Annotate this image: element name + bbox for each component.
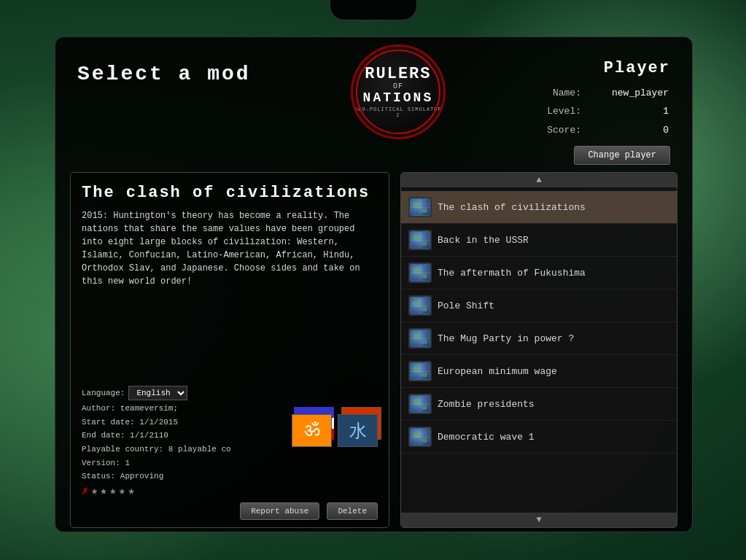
- author-value: teameversim;: [120, 404, 178, 413]
- mod-icon: [408, 361, 432, 381]
- rating-row: ✗ ★ ★ ★ ★ ★: [82, 483, 135, 498]
- level-label: Level:: [547, 103, 610, 120]
- author-label: Author:: [82, 404, 115, 413]
- mod-item-label: The Mug Party in power ?: [438, 333, 574, 344]
- mod-item-label: The clash of civilizations: [438, 202, 586, 213]
- mod-icon: [408, 230, 432, 250]
- header: Select a mod RULERS OF NATIONS GEO-POLIT…: [55, 37, 692, 172]
- mod-item-label: Pole Shift: [438, 300, 494, 311]
- name-label: Name:: [547, 85, 610, 101]
- status-label: Status:: [82, 472, 115, 481]
- start-date-row: Start date: 1/1/2015: [82, 416, 231, 429]
- author-row: Author: teameversim;: [82, 402, 231, 416]
- end-date-label: End date:: [82, 431, 125, 440]
- selected-mod-title: The clash of civilizations: [82, 184, 378, 202]
- mod-list-item[interactable]: The clash of civilizations: [401, 191, 677, 224]
- start-date-label: Start date:: [82, 418, 135, 427]
- version-value: 1: [125, 459, 130, 467]
- mod-icon: [408, 262, 432, 283]
- mod-list-item[interactable]: Zombie presidents: [401, 388, 677, 421]
- score-label: Score:: [547, 122, 610, 139]
- delete-button[interactable]: Delete: [327, 502, 378, 520]
- mod-list-item[interactable]: European minimum wage: [401, 355, 677, 388]
- end-date-row: End date: 1/1/2110: [82, 429, 231, 443]
- level-value: 1: [612, 103, 669, 120]
- logo-rulers: RULERS: [365, 66, 431, 82]
- mod-item-label: The aftermath of Fukushima: [438, 268, 586, 279]
- mod-icon: [408, 328, 432, 349]
- star-1[interactable]: ★: [91, 483, 98, 498]
- mod-list-item[interactable]: Back in the USSR: [401, 224, 677, 257]
- playable-label: Playable country:: [82, 445, 163, 454]
- status-row: Status: Approving: [82, 470, 231, 483]
- mod-item-label: Back in the USSR: [438, 235, 529, 246]
- mod-icon: [408, 295, 432, 316]
- logo-nations: NATIONS: [363, 90, 434, 105]
- language-label: Language:: [82, 386, 125, 400]
- language-select[interactable]: English: [128, 386, 187, 400]
- mod-icon: [408, 427, 432, 447]
- name-value: new_player: [612, 85, 669, 101]
- start-date-value: 1/1/2015: [139, 418, 178, 427]
- star-4[interactable]: ★: [119, 483, 126, 498]
- version-label: Version:: [82, 459, 120, 467]
- mod-list-panel: ▲ The clash of civilizations Back in the…: [400, 172, 677, 528]
- player-title: Player: [545, 59, 670, 77]
- mod-list-item[interactable]: Democratic wave 1: [401, 421, 677, 454]
- scroll-up-button[interactable]: ▲: [401, 173, 677, 187]
- water-symbol: 水: [338, 414, 378, 447]
- left-panel: The clash of civilizations 2015: Hunting…: [70, 172, 389, 528]
- player-panel: Player Name: new_player Level: 1 Score: …: [545, 59, 670, 165]
- om-symbol: ॐ: [292, 414, 332, 447]
- star-3[interactable]: ★: [109, 483, 117, 498]
- mod-list-item[interactable]: The aftermath of Fukushima: [401, 257, 677, 289]
- player-info: Name: new_player Level: 1 Score: 0: [545, 83, 670, 140]
- status-value: Approving: [120, 472, 163, 481]
- mod-icon: [408, 394, 432, 414]
- score-value: 0: [612, 122, 669, 139]
- end-date-value: 1/1/2110: [130, 431, 168, 440]
- version-row: Version: 1: [82, 456, 231, 470]
- star-5[interactable]: ★: [128, 483, 135, 498]
- playable-value: 8 playable co: [168, 445, 231, 454]
- mod-list-item[interactable]: Pole Shift: [401, 289, 677, 322]
- mod-list: The clash of civilizations Back in the U…: [401, 187, 677, 513]
- mod-item-label: European minimum wage: [438, 366, 557, 377]
- logo-area: RULERS OF NATIONS GEO-POLITICAL SIMULATO…: [351, 44, 446, 139]
- logo-sub: GEO-POLITICAL SIMULATOR 2: [353, 106, 443, 118]
- star-2[interactable]: ★: [100, 483, 107, 498]
- mod-item-label: Zombie presidents: [438, 399, 535, 410]
- scroll-down-button[interactable]: ▼: [401, 513, 677, 527]
- mod-metadata: Language: English Author: teameversim; S…: [82, 386, 231, 483]
- playable-row: Playable country: 8 playable co: [82, 443, 231, 456]
- mod-description: 2015: Huntington's theory has become a r…: [82, 209, 378, 288]
- report-abuse-button[interactable]: Report abuse: [240, 502, 319, 520]
- rating-x-icon: ✗: [82, 483, 89, 498]
- mod-icon: [408, 197, 432, 217]
- content-area: The clash of civilizations 2015: Hunting…: [55, 172, 692, 532]
- logo-circle: RULERS OF NATIONS GEO-POLITICAL SIMULATO…: [351, 44, 446, 139]
- page-title: Select a mod: [77, 63, 251, 85]
- top-notch-decoration: [330, 0, 417, 20]
- mod-list-item[interactable]: The Mug Party in power ?: [401, 322, 677, 355]
- mod-item-label: Democratic wave 1: [438, 432, 535, 443]
- change-player-button[interactable]: Change player: [574, 146, 670, 165]
- language-row: Language: English: [82, 386, 231, 400]
- action-buttons: Report abuse Delete: [240, 502, 378, 520]
- main-panel: Select a mod RULERS OF NATIONS GEO-POLIT…: [55, 36, 693, 532]
- logo-of: OF: [393, 82, 403, 90]
